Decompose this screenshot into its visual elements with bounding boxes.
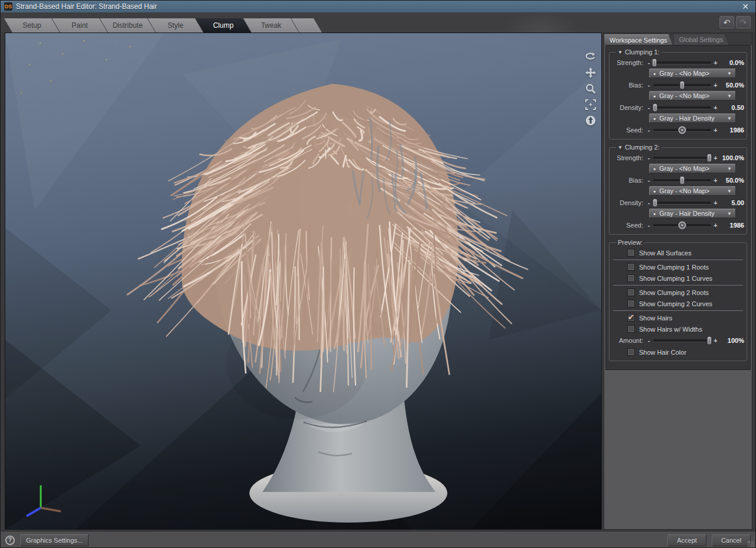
slider-handle[interactable] xyxy=(707,154,712,163)
checkbox[interactable]: ✔ xyxy=(627,314,635,322)
nudge-down-button[interactable]: - xyxy=(646,177,651,184)
strength-slider[interactable] xyxy=(653,157,711,159)
slider-handle[interactable] xyxy=(679,222,686,229)
checkbox[interactable]: ✔ xyxy=(627,325,635,333)
nudge-down-button[interactable]: - xyxy=(646,338,651,344)
tab-workspace-settings[interactable]: Workspace Settings xyxy=(604,34,673,45)
map-name: Gray - Hair Density xyxy=(659,210,727,217)
help-button[interactable]: ? xyxy=(5,536,15,545)
tab-paint[interactable]: Paint xyxy=(52,18,107,33)
bias-slider[interactable] xyxy=(653,179,711,181)
nudge-down-button[interactable]: - xyxy=(646,200,651,206)
checkbox[interactable]: ✔ xyxy=(627,249,635,257)
nudge-up-button[interactable]: + xyxy=(713,200,718,206)
chevron-down-icon: ▼ xyxy=(727,211,732,216)
checkbox[interactable]: ✔ xyxy=(627,263,635,271)
strength-map-dropdown[interactable]: ● Gray - <No Map> ▼ xyxy=(649,69,736,78)
show-all-surfaces-row[interactable]: ✔ Show All Surfaces xyxy=(627,247,744,258)
show-clumping2-roots-row[interactable]: ✔ Show Clumping 2 Roots xyxy=(627,287,744,298)
map-name: Gray - <No Map> xyxy=(659,92,727,99)
tab-clump[interactable]: Clump xyxy=(195,18,251,33)
cancel-button[interactable]: Cancel xyxy=(712,534,751,546)
seed-slider[interactable] xyxy=(653,224,711,226)
workspace-settings-page: ▼Clumping 1: Strength: - + 0.0% ● Gray -… xyxy=(605,45,751,370)
nudge-down-button[interactable]: - xyxy=(646,60,651,66)
zoom-tool-button[interactable] xyxy=(584,82,598,96)
nudge-up-button[interactable]: + xyxy=(713,222,718,229)
nudge-up-button[interactable]: + xyxy=(713,105,718,111)
slider-handle[interactable] xyxy=(679,127,686,134)
resize-grip[interactable] xyxy=(748,541,754,547)
tab-style[interactable]: Style xyxy=(148,18,203,33)
slider-handle[interactable] xyxy=(651,59,657,67)
collapse-icon[interactable]: ▼ xyxy=(618,145,623,150)
help-icon: ? xyxy=(8,537,12,543)
nudge-up-button[interactable]: + xyxy=(713,60,718,66)
3d-viewport[interactable] xyxy=(5,33,602,530)
strength-slider[interactable] xyxy=(653,61,711,64)
tab-distribute[interactable]: Distribute xyxy=(100,18,155,33)
show-clumping1-roots-row[interactable]: ✔ Show Clumping 1 Roots xyxy=(627,261,744,273)
tab-setup[interactable]: Setup xyxy=(4,18,60,33)
tab-tweak[interactable]: Tweak xyxy=(243,18,299,33)
show-clumping2-curves-row[interactable]: ✔ Show Clumping 2 Curves xyxy=(627,298,744,309)
density-slider[interactable] xyxy=(653,202,711,204)
slider-value: 1986 xyxy=(718,222,744,229)
slider-handle[interactable] xyxy=(680,176,685,185)
show-hairs-row[interactable]: ✔ Show Hairs xyxy=(627,312,744,323)
checkbox[interactable]: ✔ xyxy=(627,348,635,356)
slider-value: 5.00 xyxy=(718,199,744,206)
close-icon[interactable]: ✕ xyxy=(739,2,752,11)
checkbox[interactable]: ✔ xyxy=(627,274,635,282)
nudge-up-button[interactable]: + xyxy=(713,155,718,161)
slider-handle[interactable] xyxy=(652,199,657,207)
nudge-up-button[interactable]: + xyxy=(713,82,718,89)
show-clumping1-curves-row[interactable]: ✔ Show Clumping 1 Curves xyxy=(627,273,744,284)
group-title: Clumping 2: xyxy=(625,144,660,151)
show-hair-color-row[interactable]: ✔ Show Hair Color xyxy=(627,346,744,358)
checkbox[interactable]: ✔ xyxy=(627,288,635,296)
nudge-up-button[interactable]: + xyxy=(713,338,718,344)
map-bullet-icon: ● xyxy=(653,94,656,98)
redo-button[interactable]: ↷ xyxy=(736,16,751,28)
map-bullet-icon: ● xyxy=(653,116,656,121)
bias-slider[interactable] xyxy=(653,84,711,86)
seed-slider[interactable] xyxy=(653,129,711,131)
nudge-down-button[interactable]: - xyxy=(646,127,651,134)
settings-panel: Workspace Settings Global Settings ▼Clum… xyxy=(604,33,752,530)
head-model[interactable] xyxy=(5,33,601,529)
divider xyxy=(613,310,743,311)
density-map-dropdown[interactable]: ● Gray - Hair Density ▼ xyxy=(649,114,736,123)
chevron-down-icon: ▼ xyxy=(727,93,732,99)
slider-handle[interactable] xyxy=(680,81,685,90)
density-map-dropdown[interactable]: ● Gray - Hair Density ▼ xyxy=(649,209,736,218)
bias-map-dropdown[interactable]: ● Gray - <No Map> ▼ xyxy=(649,91,736,100)
frame-tool-button[interactable] xyxy=(584,98,598,112)
show-hairs-widths-row[interactable]: ✔ Show Hairs w/ Widths xyxy=(627,323,744,335)
density-slider[interactable] xyxy=(653,106,711,109)
checkbox-label: Show Clumping 1 Roots xyxy=(639,264,709,271)
graphics-settings-button[interactable]: Graphics Settings... xyxy=(20,534,89,546)
accept-button[interactable]: Accept xyxy=(667,534,706,546)
amount-slider[interactable] xyxy=(653,339,711,342)
clumping1-seed-row: Seed: - + 1986 xyxy=(612,125,744,135)
nudge-up-button[interactable]: + xyxy=(713,177,718,184)
reset-view-tool-button[interactable] xyxy=(584,114,598,128)
app-icon: DS xyxy=(4,2,12,11)
clumping1-density-row: Density: - + 0.50 xyxy=(612,102,744,113)
tab-global-settings[interactable]: Global Settings xyxy=(674,34,729,45)
nudge-down-button[interactable]: - xyxy=(646,105,651,111)
slider-handle[interactable] xyxy=(707,336,712,345)
pan-tool-button[interactable] xyxy=(584,66,598,80)
slider-handle[interactable] xyxy=(652,103,657,112)
strength-map-dropdown[interactable]: ● Gray - <No Map> ▼ xyxy=(649,164,736,173)
checkbox[interactable]: ✔ xyxy=(627,300,635,307)
undo-button[interactable]: ↶ xyxy=(719,16,734,28)
nudge-down-button[interactable]: - xyxy=(646,222,651,229)
nudge-down-button[interactable]: - xyxy=(646,155,651,161)
collapse-icon[interactable]: ▼ xyxy=(618,50,623,55)
nudge-up-button[interactable]: + xyxy=(713,127,718,134)
orbit-tool-button[interactable] xyxy=(584,50,598,64)
bias-map-dropdown[interactable]: ● Gray - <No Map> ▼ xyxy=(649,186,736,196)
nudge-down-button[interactable]: - xyxy=(646,82,651,89)
